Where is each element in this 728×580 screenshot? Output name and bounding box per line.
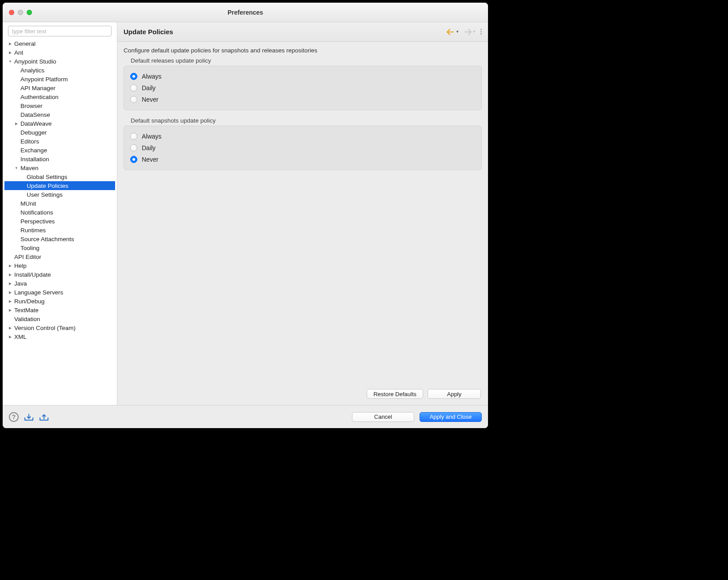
arrow-right-icon bbox=[464, 29, 472, 35]
tree-item[interactable]: ▶General bbox=[4, 39, 115, 48]
tree-item[interactable]: ▶Version Control (Team) bbox=[4, 323, 115, 332]
tree-item-label: TextMate bbox=[13, 307, 39, 314]
nav-back-button[interactable]: ▼ bbox=[446, 28, 460, 36]
apply-button[interactable]: Apply bbox=[428, 389, 481, 399]
help-button[interactable]: ? bbox=[9, 412, 19, 422]
radio-label: Always bbox=[142, 133, 161, 140]
tree-item[interactable]: Global Settings bbox=[4, 172, 115, 181]
radio-label: Daily bbox=[142, 84, 156, 91]
tree-item-label: General bbox=[13, 40, 36, 47]
tree-item[interactable]: ▶Java bbox=[4, 279, 115, 288]
radio-option[interactable]: Always bbox=[130, 71, 475, 82]
apply-and-close-button[interactable]: Apply and Close bbox=[420, 412, 482, 422]
preferences-tree[interactable]: ▶General▶Ant▼Anypoint StudioAnalyticsAny… bbox=[4, 39, 115, 403]
radio-option[interactable]: Never bbox=[130, 94, 475, 105]
tree-item[interactable]: ▶Ant bbox=[4, 48, 115, 57]
tree-item-label: Editors bbox=[20, 138, 39, 145]
chevron-down-icon: ▼ bbox=[7, 60, 13, 64]
tree-item[interactable]: User Settings bbox=[4, 190, 115, 199]
tree-item-label: Exchange bbox=[20, 147, 47, 154]
tree-item-label: Maven bbox=[20, 165, 39, 171]
chevron-right-icon: ▶ bbox=[13, 122, 20, 126]
tree-item-label: MUnit bbox=[20, 200, 36, 207]
radio-button-icon bbox=[130, 84, 137, 91]
tree-item-label: Java bbox=[13, 280, 27, 287]
tree-item[interactable]: Exchange bbox=[4, 146, 115, 155]
window-body: ▶General▶Ant▼Anypoint StudioAnalyticsAny… bbox=[3, 22, 488, 405]
filter-input[interactable] bbox=[8, 26, 112, 36]
tree-item-label: Global Settings bbox=[26, 174, 68, 180]
tree-item[interactable]: Installation bbox=[4, 155, 115, 163]
export-prefs-button[interactable] bbox=[39, 413, 49, 421]
tree-item[interactable]: Debugger bbox=[4, 128, 115, 137]
radio-option[interactable]: Always bbox=[130, 131, 475, 142]
radio-label: Daily bbox=[142, 144, 156, 151]
tree-item-label: Debugger bbox=[20, 129, 47, 136]
tree-item[interactable]: Validation bbox=[4, 314, 115, 323]
tree-item[interactable]: ▼Anypoint Studio bbox=[4, 57, 115, 66]
tree-item-label: DataWeave bbox=[20, 120, 52, 127]
preferences-window: Preferences ▶General▶Ant▼Anypoint Studio… bbox=[3, 3, 488, 428]
radio-option[interactable]: Daily bbox=[130, 82, 475, 94]
tree-item-label: User Settings bbox=[26, 191, 63, 198]
chevron-right-icon: ▶ bbox=[7, 326, 13, 330]
chevron-right-icon: ▶ bbox=[7, 264, 13, 268]
tree-item[interactable]: API Manager bbox=[4, 83, 115, 92]
tree-item[interactable]: ▶Install/Update bbox=[4, 270, 115, 279]
dot-icon bbox=[480, 31, 482, 32]
chevron-right-icon: ▶ bbox=[7, 282, 13, 286]
radio-option[interactable]: Daily bbox=[130, 142, 475, 154]
tree-item[interactable]: Browser bbox=[4, 101, 115, 110]
restore-defaults-button[interactable]: Restore Defaults bbox=[367, 389, 423, 399]
cancel-button[interactable]: Cancel bbox=[352, 412, 414, 422]
tree-item[interactable]: ▶Language Servers bbox=[4, 288, 115, 297]
titlebar: Preferences bbox=[3, 3, 488, 22]
chevron-right-icon: ▶ bbox=[7, 51, 13, 55]
import-prefs-button[interactable] bbox=[24, 413, 34, 421]
tree-item[interactable]: Update Policies bbox=[4, 181, 115, 190]
main-content: Configure default update policies for sn… bbox=[117, 42, 488, 405]
tree-item[interactable]: MUnit bbox=[4, 199, 115, 208]
tree-item-label: API Manager bbox=[20, 85, 56, 91]
radio-button-icon bbox=[130, 156, 137, 163]
tree-item[interactable]: ▶XML bbox=[4, 332, 115, 341]
arrow-left-icon bbox=[447, 29, 455, 35]
radio-button-icon bbox=[130, 96, 137, 103]
tree-item[interactable]: Analytics bbox=[4, 66, 115, 75]
tree-item[interactable]: ▶Run/Debug bbox=[4, 297, 115, 306]
tree-item[interactable]: Anypoint Platform bbox=[4, 75, 115, 83]
tree-item[interactable]: API Editor bbox=[4, 252, 115, 261]
chevron-right-icon: ▶ bbox=[7, 273, 13, 277]
tree-item[interactable]: Source Attachments bbox=[4, 234, 115, 243]
tree-item-label: Help bbox=[13, 262, 27, 269]
question-mark-icon: ? bbox=[12, 413, 16, 421]
radio-label: Never bbox=[142, 96, 158, 103]
radio-button-icon bbox=[130, 133, 137, 140]
radio-button-icon bbox=[130, 144, 137, 151]
window-title: Preferences bbox=[3, 9, 488, 16]
nav-forward-button[interactable]: ▼ bbox=[463, 28, 477, 36]
tree-item[interactable]: ▶Help bbox=[4, 261, 115, 270]
tree-item-label: Anypoint Studio bbox=[13, 58, 56, 65]
tree-item[interactable]: ▶TextMate bbox=[4, 306, 115, 314]
tree-item[interactable]: DataSense bbox=[4, 110, 115, 119]
tree-item-label: XML bbox=[13, 334, 27, 340]
radio-option[interactable]: Never bbox=[130, 154, 475, 165]
chevron-right-icon: ▶ bbox=[7, 299, 13, 303]
dialog-footer: ? Cancel Apply and Close bbox=[3, 405, 488, 428]
tree-item[interactable]: ▶DataWeave bbox=[4, 119, 115, 128]
radio-button-icon bbox=[130, 73, 137, 80]
chevron-down-icon: ▼ bbox=[13, 166, 20, 170]
overflow-menu-button[interactable] bbox=[480, 28, 483, 36]
tree-item[interactable]: Perspectives bbox=[4, 217, 115, 226]
tree-item[interactable]: Authentication bbox=[4, 92, 115, 101]
tree-item-label: Perspectives bbox=[20, 218, 55, 225]
tree-item[interactable]: Notifications bbox=[4, 208, 115, 217]
tree-item[interactable]: Editors bbox=[4, 137, 115, 146]
tree-item[interactable]: Tooling bbox=[4, 243, 115, 252]
tree-item-label: Notifications bbox=[20, 209, 53, 216]
dot-icon bbox=[480, 29, 482, 30]
tree-item-label: Source Attachments bbox=[20, 236, 74, 242]
tree-item[interactable]: Runtimes bbox=[4, 226, 115, 234]
tree-item[interactable]: ▼Maven bbox=[4, 163, 115, 172]
